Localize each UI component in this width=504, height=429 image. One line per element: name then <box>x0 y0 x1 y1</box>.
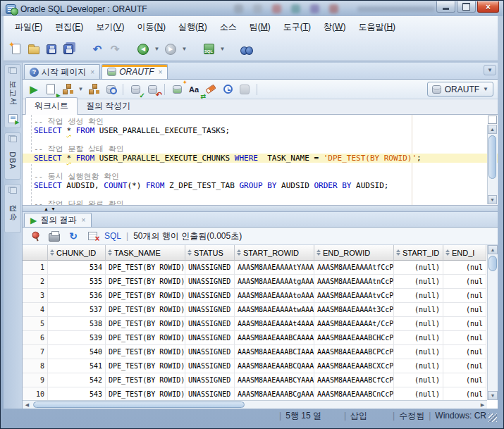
table-cell[interactable]: 10 <box>23 387 48 400</box>
sidebar-tab-dba[interactable]: DBA <box>4 132 21 180</box>
editor-line[interactable]: -- 동시 실행현황 확인 <box>34 172 477 181</box>
sidebar-tab-connections[interactable]: 접속 <box>4 184 21 233</box>
open-file-button[interactable] <box>27 42 41 56</box>
to-upper-lower-button[interactable]: Aa <box>187 82 201 97</box>
editor-line[interactable]: -- 작업 단위 완료 확인 <box>34 199 477 206</box>
scroll-up-arrow[interactable]: ▲ <box>488 125 497 134</box>
table-cell[interactable]: DPE_TEST(BY ROWID) <box>106 303 185 317</box>
maximize-button[interactable] <box>457 1 476 13</box>
editor-line[interactable]: -- 작업 분할 상태 확인 <box>34 144 477 154</box>
table-cell[interactable]: (nul <box>443 373 486 387</box>
column-header[interactable]: CHUNK_ID <box>48 245 106 261</box>
table-cell[interactable]: AAASM8AAEAAAAtfCcP <box>314 261 394 275</box>
print-button[interactable] <box>47 229 61 243</box>
run-script-button[interactable]: ▶ <box>44 82 58 97</box>
tab-query-result[interactable]: ▶ 질의 결과 × <box>24 213 92 227</box>
table-cell[interactable]: UNASSIGNED <box>185 359 235 373</box>
column-header[interactable]: TASK_NAME <box>106 245 185 261</box>
table-cell[interactable]: 7 <box>23 345 48 359</box>
table-cell[interactable]: (nul <box>443 345 486 359</box>
table-cell[interactable]: (nul <box>443 317 486 331</box>
table-row[interactable]: 3536DPE_TEST(BY ROWID)UNASSIGNEDAAASM8AA… <box>23 289 487 303</box>
forward-dropdown[interactable]: ▼ <box>181 46 188 52</box>
unshared-worksheet-button[interactable]: ✦ <box>170 82 184 97</box>
scroll-right-arrow[interactable]: ▶ <box>478 401 487 409</box>
tab-list-dropdown[interactable]: ▼ <box>484 65 496 75</box>
title-bar[interactable]: Oracle SQL Developer : ORAUTF × <box>1 1 503 16</box>
sql-history-button[interactable] <box>221 82 235 97</box>
table-row[interactable]: 6539DPE_TEST(BY ROWID)UNASSIGNEDAAASM8AA… <box>23 331 487 345</box>
table-cell[interactable]: 3 <box>23 289 48 303</box>
sql-worksheet-dropdown[interactable]: ▼ <box>219 46 226 52</box>
autotrace-button[interactable] <box>87 82 101 97</box>
results-grid[interactable]: CHUNK_IDTASK_NAMESTATUSSTART_ROWIDEND_RO… <box>23 245 487 400</box>
sql-editor[interactable]: -- 작업 생성 확인SELECT * FROM USER_PARALLEL_E… <box>23 115 498 206</box>
table-cell[interactable]: 1 <box>23 261 48 275</box>
editor-code[interactable]: -- 작업 생성 확인SELECT * FROM USER_PARALLEL_E… <box>34 117 477 206</box>
table-cell[interactable]: AAASM8AAEAAAAtwAAA <box>235 303 314 317</box>
menu-item[interactable]: 팀(M) <box>244 18 276 36</box>
close-button[interactable]: × <box>477 1 499 13</box>
table-cell[interactable]: UNASSIGNED <box>185 373 235 387</box>
table-cell[interactable]: (nul <box>443 261 486 275</box>
scroll-up-arrow[interactable]: ▲ <box>488 245 498 254</box>
editor-vertical-scrollbar[interactable]: ▲ ▼ <box>487 125 497 204</box>
back-button[interactable]: ◀ <box>136 42 150 56</box>
table-cell[interactable]: 543 <box>48 387 106 400</box>
scroll-down-arrow[interactable]: ▼ <box>488 391 498 400</box>
table-cell[interactable]: AAASM8AAEAAABCfCcP <box>314 373 394 387</box>
table-cell[interactable]: AAASM8AAEAAAAtYAAA <box>235 261 314 275</box>
table-cell[interactable]: AAASM8AAEAAABCYAAA <box>235 373 314 387</box>
table-row[interactable]: 9542DPE_TEST(BY ROWID)UNASSIGNEDAAASM8AA… <box>23 373 487 387</box>
resize-grip[interactable] <box>488 414 497 422</box>
table-cell[interactable]: DPE_TEST(BY ROWID) <box>106 373 185 387</box>
splitter-up-icon[interactable]: ▲ <box>44 206 49 211</box>
table-cell[interactable]: AAASM8AAEAAAAtvCcP <box>314 289 394 303</box>
table-cell[interactable]: 9 <box>23 373 48 387</box>
forward-button[interactable]: ▶ <box>164 42 178 56</box>
editor-results-splitter[interactable]: ▲ ▼ <box>23 206 498 212</box>
table-cell[interactable]: AAASM8AAEAAABCnCcP <box>314 387 394 400</box>
redo-button[interactable]: ↷ <box>108 42 122 56</box>
editor-split-handle[interactable] <box>488 116 497 124</box>
table-cell[interactable]: (nul <box>443 275 486 289</box>
table-row[interactable]: 2535DPE_TEST(BY ROWID)UNASSIGNEDAAASM8AA… <box>23 275 487 289</box>
tab-orautf[interactable]: ORAUTF × <box>102 64 168 79</box>
table-row[interactable]: 1534DPE_TEST(BY ROWID)UNASSIGNEDAAASM8AA… <box>23 261 487 275</box>
splitter-down-icon[interactable]: ▼ <box>51 206 56 211</box>
table-row[interactable]: 8541DPE_TEST(BY ROWID)UNASSIGNEDAAASM8AA… <box>23 359 487 373</box>
table-cell[interactable]: 4 <box>23 303 48 317</box>
commit-button[interactable]: ✓ <box>128 82 142 97</box>
table-cell[interactable]: 539 <box>48 331 106 345</box>
table-cell[interactable]: (null) <box>394 331 443 345</box>
table-cell[interactable]: UNASSIGNED <box>185 331 235 345</box>
grid-horizontal-scrollbar[interactable]: ◀ ▶ <box>23 400 487 409</box>
table-cell[interactable]: AAASM8AAEAAAAtgAAA <box>235 275 314 289</box>
table-cell[interactable]: DPE_TEST(BY ROWID) <box>106 387 185 400</box>
table-cell[interactable]: 2 <box>23 275 48 289</box>
column-header[interactable]: END_ROWID <box>314 245 394 261</box>
table-cell[interactable]: AAASM8AAEAAABCPCcP <box>314 345 394 359</box>
table-cell[interactable]: (null) <box>394 275 443 289</box>
table-cell[interactable]: DPE_TEST(BY ROWID) <box>106 275 185 289</box>
sql-link[interactable]: SQL <box>104 231 121 241</box>
table-cell[interactable]: (nul <box>443 303 486 317</box>
table-cell[interactable]: (null) <box>394 303 443 317</box>
editor-line[interactable] <box>34 190 477 199</box>
grid-vertical-scrollbar[interactable]: ▲ ▼ <box>487 245 498 400</box>
run-statement-button[interactable]: ▶ <box>27 82 41 97</box>
table-cell[interactable]: 537 <box>48 303 106 317</box>
table-cell[interactable]: UNASSIGNED <box>185 387 235 400</box>
table-cell[interactable]: DPE_TEST(BY ROWID) <box>106 317 185 331</box>
table-cell[interactable]: 538 <box>48 317 106 331</box>
disabled-tool-button[interactable] <box>238 82 252 97</box>
editor-line[interactable]: SELECT AUDSID, COUNT(*) FROM Z_DPE_TEST_… <box>34 181 477 190</box>
scrollbar-thumb[interactable] <box>488 256 497 271</box>
editor-line[interactable] <box>34 135 477 144</box>
search-button[interactable] <box>240 42 254 56</box>
menu-item[interactable]: 도구(T) <box>278 18 316 36</box>
menu-item[interactable]: 소스 <box>214 18 242 36</box>
table-row[interactable]: 7540DPE_TEST(BY ROWID)UNASSIGNEDAAASM8AA… <box>23 345 487 359</box>
table-cell[interactable]: AAASM8AAEAAABCQAAA <box>235 359 314 373</box>
table-cell[interactable]: (null) <box>394 359 443 373</box>
